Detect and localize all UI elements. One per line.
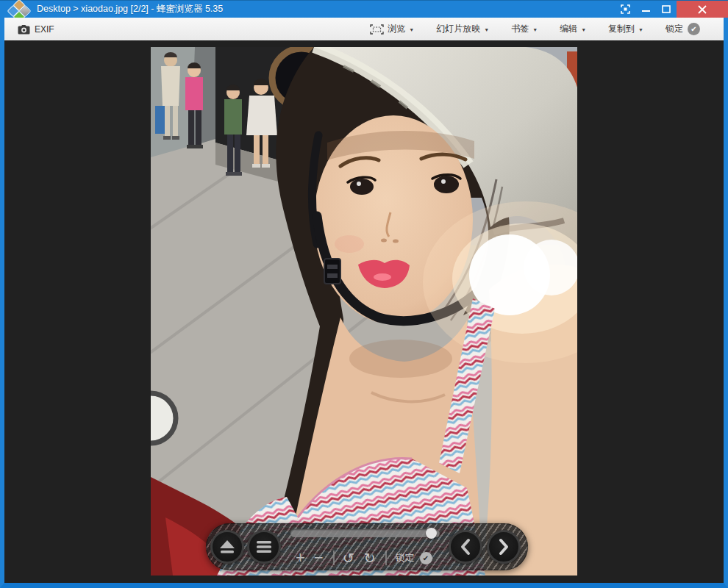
window-body: EXIF 浏览 ▼ 幻灯片放映 ▼ [0, 18, 728, 588]
divider [333, 551, 335, 565]
chevron-left-icon [458, 538, 473, 556]
rotate-right-button[interactable]: ↻ [364, 551, 376, 565]
menu-list-button[interactable] [247, 530, 281, 564]
chevron-down-icon: ▼ [409, 26, 414, 32]
control-row: + − ↺ ↻ 锁定 ✔ [296, 548, 432, 567]
minimize-button[interactable] [635, 1, 656, 18]
menu-slideshow-label: 幻灯片放映 [436, 23, 480, 35]
hamburger-menu-icon [256, 539, 272, 554]
chevron-down-icon: ▼ [532, 26, 538, 32]
window-title: Desktop > xiaodao.jpg [2/2] - 蜂蜜浏览器 5.35 [37, 3, 223, 15]
menu-browse-label: 浏览 [388, 23, 405, 35]
toolbar-menu-group: 浏览 ▼ 幻灯片放映 ▼ 书签 ▼ 编辑 ▼ 复制到 ▼ [352, 20, 704, 38]
title-bar[interactable]: Desktop > xiaodao.jpg [2/2] - 蜂蜜浏览器 5.35 [0, 0, 728, 18]
menu-browse[interactable]: 浏览 ▼ [365, 20, 418, 38]
previous-image-button[interactable] [449, 530, 482, 564]
viewer-control-bar: + − ↺ ↻ 锁定 ✔ [206, 523, 528, 570]
photo-selfie-helmet-girl[interactable] [151, 47, 577, 576]
browse-view-icon [370, 24, 384, 35]
camera-icon [18, 24, 30, 35]
ctrlbar-lock-toggle[interactable]: ✔ [420, 552, 432, 564]
next-image-button[interactable] [487, 530, 521, 564]
zoom-slider-handle[interactable] [426, 528, 437, 539]
eject-icon [218, 539, 236, 555]
close-button[interactable] [677, 1, 728, 18]
check-icon: ✔ [688, 23, 700, 35]
eject-exit-button[interactable] [210, 530, 244, 564]
viewer-canvas[interactable]: + − ↺ ↻ 锁定 ✔ [4, 41, 724, 583]
menu-slideshow[interactable]: 幻灯片放映 ▼ [432, 20, 493, 38]
fullscreen-icon[interactable] [615, 1, 635, 18]
rotate-left-button[interactable]: ↺ [343, 551, 354, 565]
menu-copy-to-label: 复制到 [608, 23, 635, 35]
toolbar-lock-toggle[interactable]: 锁定 ✔ [661, 20, 704, 38]
menu-edit-label: 编辑 [560, 23, 577, 35]
maximize-button[interactable] [656, 1, 677, 18]
menu-copy-to[interactable]: 复制到 ▼ [604, 20, 648, 38]
chevron-right-icon [496, 538, 511, 556]
chevron-down-icon: ▼ [638, 26, 643, 32]
zoom-slider[interactable] [290, 529, 440, 537]
zoom-in-button[interactable]: + [296, 550, 305, 566]
app-logo-icon [9, 1, 31, 18]
menu-bookmarks-label: 书签 [511, 23, 529, 35]
menu-edit[interactable]: 编辑 ▼ [555, 20, 590, 38]
toolbar: EXIF 浏览 ▼ 幻灯片放映 ▼ [4, 18, 724, 41]
menu-bookmarks[interactable]: 书签 ▼ [507, 20, 542, 38]
exif-button[interactable]: EXIF [13, 22, 59, 37]
exif-label: EXIF [35, 24, 54, 35]
zoom-out-button[interactable]: − [314, 550, 324, 566]
divider [385, 551, 387, 565]
image-viewer-window: Desktop > xiaodao.jpg [2/2] - 蜂蜜浏览器 5.35 [0, 0, 728, 588]
chevron-down-icon: ▼ [581, 26, 586, 32]
ctrlbar-lock-label: 锁定 [396, 551, 415, 564]
chevron-down-icon: ▼ [484, 26, 489, 32]
toolbar-lock-label: 锁定 [665, 23, 683, 35]
